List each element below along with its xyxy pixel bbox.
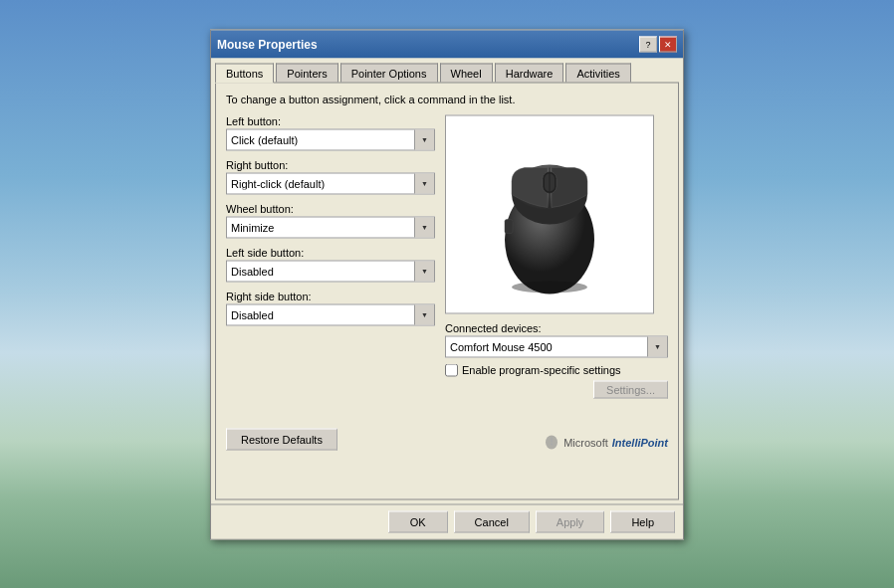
enable-checkbox-label[interactable]: Enable program-specific settings [462,364,621,376]
svg-point-6 [512,281,587,293]
left-button-label: Left button: [226,114,435,126]
intellipoint-name: IntelliPoint [612,436,668,448]
left-side-dropdown[interactable]: Disabled [226,260,435,282]
connected-dropdown[interactable]: Comfort Mouse 4500 [445,335,668,357]
intellipoint-icon [544,434,559,450]
right-button-label: Right button: [226,158,435,170]
connected-device-value: Comfort Mouse 4500 [446,340,647,352]
help-footer-button[interactable]: Help [610,510,675,532]
help-button[interactable]: ? [639,36,657,52]
dialog: Mouse Properties ? ✕ Buttons Pointers Po… [210,29,684,539]
main-layout: Left button: Click (default) Right butto… [226,114,668,398]
connected-devices-label: Connected devices: [445,321,668,333]
left-side-value: Disabled [227,265,414,277]
tab-wheel[interactable]: Wheel [440,63,493,83]
right-side-dropdown[interactable]: Disabled [226,303,435,325]
wheel-button-value: Minimize [227,221,414,233]
tab-hardware[interactable]: Hardware [495,63,564,83]
right-button-dropdown[interactable]: Right-click (default) [226,172,435,194]
left-panel: Left button: Click (default) Right butto… [226,114,435,398]
settings-button[interactable]: Settings... [593,380,668,398]
left-side-arrow[interactable] [414,261,434,281]
tabs-container: Buttons Pointers Pointer Options Wheel H… [211,58,683,82]
mouse-illustration [480,129,619,298]
title-bar-controls: ? ✕ [639,36,677,52]
apply-button[interactable]: Apply [536,510,605,532]
tab-content: To change a button assignment, click a c… [215,82,679,499]
right-side-value: Disabled [227,308,414,320]
tab-pointers[interactable]: Pointers [276,63,337,83]
right-side-button-label: Right side button: [226,290,435,301]
right-panel: Connected devices: Comfort Mouse 4500 En… [445,114,668,398]
ms-text: Microsoft [563,436,608,448]
left-button-dropdown[interactable]: Click (default) [226,128,435,150]
tab-pointer-options[interactable]: Pointer Options [340,63,438,83]
bottom-area: Restore Defaults Microsoft IntelliPoint [226,418,668,450]
intellipoint-logo: Microsoft IntelliPoint [544,434,668,450]
cancel-button[interactable]: Cancel [454,510,530,532]
dialog-title: Mouse Properties [217,37,318,51]
right-side-arrow[interactable] [414,304,434,324]
close-button[interactable]: ✕ [659,36,677,52]
description-text: To change a button assignment, click a c… [226,93,668,104]
right-button-arrow[interactable] [414,173,434,193]
dialog-wrapper: Mouse Properties ? ✕ Buttons Pointers Po… [210,29,684,539]
ok-button[interactable]: OK [388,510,448,532]
tab-activities[interactable]: Activities [565,63,630,83]
connected-arrow[interactable] [647,336,667,356]
wheel-button-label: Wheel button: [226,202,435,214]
left-button-arrow[interactable] [414,129,434,149]
svg-point-9 [551,443,553,445]
tab-buttons[interactable]: Buttons [215,63,274,83]
wheel-button-dropdown[interactable]: Minimize [226,216,435,238]
title-bar: Mouse Properties ? ✕ [211,30,683,58]
restore-defaults-button[interactable]: Restore Defaults [226,428,337,450]
dialog-footer: OK Cancel Apply Help [211,503,683,538]
enable-checkbox[interactable] [445,363,458,376]
mouse-image-box [445,114,654,313]
left-side-button-label: Left side button: [226,246,435,258]
wheel-button-arrow[interactable] [414,217,434,237]
enable-checkbox-row: Enable program-specific settings [445,363,668,376]
right-button-value: Right-click (default) [227,177,414,189]
left-button-value: Click (default) [227,133,414,145]
svg-rect-5 [505,219,513,233]
